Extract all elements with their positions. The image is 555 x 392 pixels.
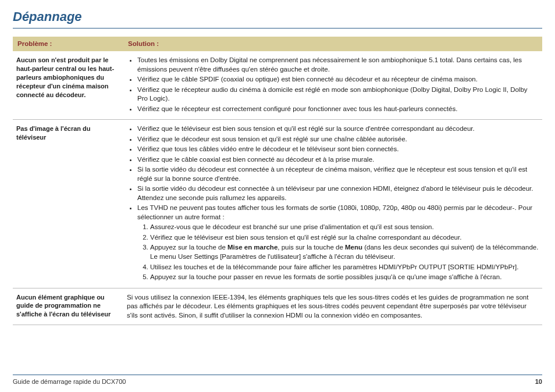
- list-item: Si la sortie vidéo du décodeur est conne…: [137, 184, 539, 202]
- list-item: Vérifiez que le récepteur audio du ciném…: [137, 85, 539, 104]
- problem-cell: Aucun son n'est produit par le haut-parl…: [13, 51, 123, 120]
- troubleshooting-table: Problème : Solution : Aucun son n'est pr…: [13, 37, 542, 325]
- bold-text: Mise en marche: [227, 244, 278, 251]
- problem-cell: Pas d'image à l'écran du téléviseur: [13, 120, 123, 288]
- bold-text: Menu: [345, 244, 362, 251]
- solution-cell: Si vous utilisez la connexion IEEE-1394,…: [123, 288, 542, 325]
- text: , puis sur la touche de: [278, 244, 345, 251]
- text: Appuyez sur la touche de: [150, 244, 227, 251]
- col-header-problem: Problème :: [13, 37, 123, 52]
- list-item: Vérifiez que le téléviseur est bien sous…: [150, 233, 539, 243]
- list-item: Vérifiez que le câble SPDIF (coaxial ou …: [137, 75, 539, 84]
- list-item: Vérifiez que le récepteur est correcteme…: [137, 105, 539, 114]
- footer-text: Guide de démarrage rapide du DCX700: [13, 377, 126, 386]
- solution-list: Toutes les émissions en Dolby Digital ne…: [127, 56, 539, 113]
- list-item: Vérifiez que le décodeur est sous tensio…: [137, 135, 539, 144]
- solution-cell: Toutes les émissions en Dolby Digital ne…: [123, 51, 542, 120]
- table-row: Aucun élément graphique ou guide de prog…: [13, 288, 542, 325]
- solution-cell: Vérifiez que le téléviseur est bien sous…: [123, 120, 542, 288]
- page-title: Dépannage: [13, 8, 542, 28]
- page-number: 10: [535, 377, 542, 386]
- solution-sublist: Assurez-vous que le décodeur est branché…: [137, 223, 539, 281]
- list-item: Appuyez sur la touche de Mise en marche,…: [150, 243, 539, 261]
- list-item: Vérifiez que le câble coaxial est bien c…: [137, 155, 539, 165]
- list-item: Vérifiez que le téléviseur est bien sous…: [137, 124, 539, 134]
- list-item: Appuyez sur la touche pour passer en rev…: [150, 273, 539, 282]
- list-item: Vérifiez que tous les câbles vidéo entre…: [137, 145, 539, 154]
- col-header-solution: Solution :: [123, 37, 542, 52]
- list-item: Utilisez les touches et de la télécomman…: [150, 263, 539, 272]
- solution-list: Vérifiez que le téléviseur est bien sous…: [127, 124, 539, 281]
- page-footer: Guide de démarrage rapide du DCX700 10: [13, 375, 542, 386]
- list-item: Si la sortie vidéo du décodeur est conne…: [137, 165, 539, 183]
- list-item: Assurez-vous que le décodeur est branché…: [150, 223, 539, 232]
- table-row: Aucun son n'est produit par le haut-parl…: [13, 51, 542, 120]
- problem-cell: Aucun élément graphique ou guide de prog…: [13, 288, 123, 325]
- text: Les TVHD ne peuvent pas toutes afficher …: [137, 204, 532, 220]
- list-item: Toutes les émissions en Dolby Digital ne…: [137, 56, 539, 74]
- table-row: Pas d'image à l'écran du téléviseur Véri…: [13, 120, 542, 288]
- list-item: Les TVHD ne peuvent pas toutes afficher …: [137, 204, 539, 281]
